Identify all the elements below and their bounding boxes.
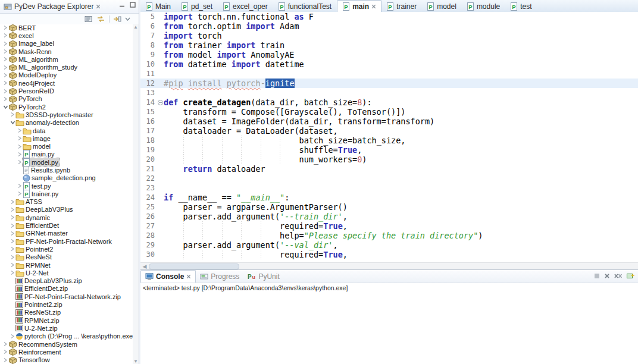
expand-arrow-icon[interactable]	[10, 112, 15, 117]
code-line-13[interactable]: 13	[140, 88, 638, 98]
tree-item-recommendsystem[interactable]: RecommendSystem	[0, 340, 133, 348]
code-line-14[interactable]: 14def create_datagen(data_dir, batch_siz…	[140, 98, 638, 107]
tree-item-pf-net-point-fractal-network[interactable]: PF-Net-Point-Fractal-Network	[0, 237, 133, 245]
editor-tab-trainer[interactable]: Ptrainer	[381, 1, 422, 12]
tree-item-modeldeploy[interactable]: ModelDeploy	[0, 71, 133, 79]
code-line-20[interactable]: 20 num_workers=0)	[140, 155, 638, 164]
tree-item-data[interactable]: data	[0, 127, 133, 134]
expand-arrow-icon[interactable]	[10, 255, 15, 260]
code-line-19[interactable]: 19 shuffle=True,	[140, 145, 638, 155]
tree-item-efficientdet[interactable]: EfficientDet	[0, 221, 133, 229]
code-line-16[interactable]: 16 dataset = ImageFolder(data_dir, trans…	[140, 117, 638, 126]
expand-arrow-icon[interactable]	[2, 25, 8, 30]
tree-item-neo4jproject[interactable]: neo4jProject	[0, 79, 133, 87]
expand-arrow-icon[interactable]	[10, 223, 15, 228]
code-line-10[interactable]: 10from datetime import datetime	[140, 59, 638, 69]
code-line-25[interactable]: 25 parser = argparse.ArgumentParser()	[140, 202, 638, 212]
code-line-23[interactable]: 23	[140, 183, 638, 193]
code-line-26[interactable]: 26 parser.add_argument('--train_dir',	[140, 212, 638, 221]
tree-item-atss[interactable]: ATSS	[0, 198, 133, 206]
expand-arrow-icon[interactable]	[2, 41, 8, 46]
console-tab-console[interactable]: Console	[140, 270, 196, 283]
tree-item-pf-net-point-fractal-network-zip[interactable]: PF-Net-Point-Fractal-Network.zip	[0, 293, 133, 300]
link-with-editor-icon[interactable]	[96, 15, 105, 23]
expand-arrow-icon[interactable]	[17, 128, 23, 133]
code-line-15[interactable]: 15 transform = Compose([Grayscale(), ToT…	[140, 107, 638, 117]
tree-item-rpmnet-zip[interactable]: RPMNet.zip	[0, 316, 133, 324]
code-line-11[interactable]: 11	[140, 69, 638, 79]
code-line-12[interactable]: 12#pip install pytorch-ignite	[140, 79, 638, 88]
tree-item-resnest-zip[interactable]: ResNeSt.zip	[0, 309, 133, 316]
editor-tab-test[interactable]: Ptest	[505, 1, 537, 12]
expand-arrow-icon[interactable]	[17, 152, 23, 157]
tree-item-image-label[interactable]: Image_label	[0, 40, 133, 48]
code-line-7[interactable]: 7import torch	[140, 31, 638, 40]
open-console-icon[interactable]	[627, 272, 634, 279]
remove-all-terminated-icon[interactable]	[614, 273, 623, 279]
code-line-18[interactable]: 18 batch_size=batch_size,	[140, 136, 638, 145]
view-tab-close-icon[interactable]	[96, 4, 101, 9]
code-line-9[interactable]: 9from model import AnomalyAE	[140, 50, 638, 59]
collapse-arrow-icon[interactable]	[10, 120, 15, 125]
scrollbar-thumb[interactable]	[149, 263, 239, 269]
scroll-up-icon[interactable]: ▲	[133, 24, 139, 30]
expand-arrow-icon[interactable]	[2, 349, 8, 354]
expand-arrow-icon[interactable]	[10, 239, 15, 244]
view-tab-close-icon[interactable]	[186, 274, 191, 279]
tree-item-sample-detection-png[interactable]: sample_detection.png	[0, 174, 133, 182]
tree-item-ml-algorithm-study[interactable]: ML_algorithm_study	[0, 63, 133, 71]
expand-arrow-icon[interactable]	[10, 246, 15, 252]
expand-arrow-icon[interactable]	[2, 57, 8, 62]
expand-arrow-icon[interactable]	[10, 207, 15, 212]
editor-tab-main[interactable]: Pmain	[337, 0, 381, 12]
tree-item-model-py[interactable]: Pmodel.py	[0, 158, 133, 166]
tree-item-excel[interactable]: excel	[0, 32, 133, 39]
expand-arrow-icon[interactable]	[10, 262, 15, 268]
code-line-30[interactable]: 30 required=True,	[140, 250, 638, 259]
tree-item-reinforcement[interactable]: Reinforcement	[0, 348, 133, 356]
tree-scrollbar[interactable]: ▲ ▼	[133, 24, 139, 364]
remove-launch-icon[interactable]	[604, 273, 610, 279]
tree-item-image[interactable]: image	[0, 134, 133, 142]
tree-item-pointnet2-zip[interactable]: Pointnet2.zip	[0, 300, 133, 308]
console-tab-progress[interactable]: Progress	[196, 271, 243, 283]
code-line-8[interactable]: 8from trainer import train	[140, 40, 638, 50]
code-line-22[interactable]: 22	[140, 174, 638, 183]
editor-tab-main[interactable]: PMain	[140, 1, 176, 12]
focus-on-active-task-icon[interactable]	[113, 15, 121, 23]
terminate-icon[interactable]	[594, 273, 600, 279]
editor-tab-module[interactable]: Pmodule	[462, 1, 505, 12]
tree-item-3dssd-pytorch-master[interactable]: 3DSSD-pytorch-master	[0, 111, 133, 118]
expand-arrow-icon[interactable]	[2, 73, 8, 78]
code-line-29[interactable]: 29 parser.add_argument('--val_dir',	[140, 240, 638, 250]
tree-item-anomaly-detection[interactable]: anomaly-detection	[0, 119, 133, 127]
editor-tab-model[interactable]: Pmodel	[422, 1, 462, 12]
expand-arrow-icon[interactable]	[2, 341, 8, 347]
console-output[interactable]	[140, 293, 638, 364]
expand-arrow-icon[interactable]	[17, 159, 23, 165]
tab-close-icon[interactable]	[371, 4, 376, 9]
tree-item-bert[interactable]: BERT	[0, 24, 133, 32]
expand-arrow-icon[interactable]	[10, 199, 15, 205]
view-menu-icon[interactable]	[125, 17, 130, 21]
editor-tab-pd_set[interactable]: Ppd_set	[176, 1, 218, 12]
editor-tab-excel_oper[interactable]: Pexcel_oper	[218, 1, 273, 12]
tree-item-main-py[interactable]: Pmain.py	[0, 150, 133, 158]
expand-arrow-icon[interactable]	[10, 334, 15, 339]
scroll-left-icon[interactable]: ◀	[140, 263, 149, 269]
tree-item-personreid[interactable]: PersonReID	[0, 87, 133, 95]
expand-arrow-icon[interactable]	[17, 183, 23, 189]
tree-item-pointnet2[interactable]: Pointnet2	[0, 245, 133, 253]
code-line-6[interactable]: 6from torch.optim import Adam	[140, 21, 638, 31]
expand-arrow-icon[interactable]	[2, 357, 8, 363]
expand-arrow-icon[interactable]	[17, 191, 23, 196]
collapse-arrow-icon[interactable]	[2, 105, 8, 109]
tree-item-mask-rcnn[interactable]: Mask-Rcnn	[0, 48, 133, 55]
tree-item-grnet-master[interactable]: GRNet-master	[0, 230, 133, 237]
expand-arrow-icon[interactable]	[17, 144, 23, 149]
tree-item-rpmnet[interactable]: RPMNet	[0, 261, 133, 269]
tree-item-pytorch-d-prog-keras-python-exe[interactable]: pytorch (D:\Prog ... \keras\python.exe)	[0, 332, 133, 340]
tree-item-results-ipynb[interactable]: Results.ipynb	[0, 166, 133, 174]
expand-arrow-icon[interactable]	[10, 270, 15, 275]
tree-item-u-2-net-zip[interactable]: U-2-Net.zip	[0, 324, 133, 332]
